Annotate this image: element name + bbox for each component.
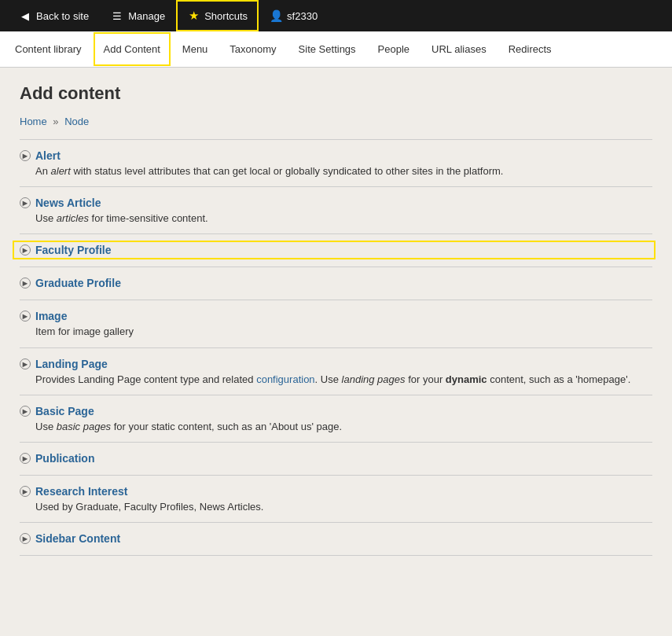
content-item-header-graduate-profile: ►Graduate Profile bbox=[20, 277, 652, 289]
expand-icon-landing-page[interactable]: ► bbox=[20, 358, 31, 369]
content-item-header-alert: ►Alert bbox=[20, 149, 652, 162]
content-item-sidebar-content: ►Sidebar Content bbox=[20, 522, 652, 556]
expand-icon-publication[interactable]: ► bbox=[20, 453, 31, 464]
content-desc-alert: An alert with status level attributes th… bbox=[35, 164, 652, 178]
content-desc-image: Item for image gallery bbox=[35, 325, 652, 339]
nav-redirects[interactable]: Redirects bbox=[498, 31, 563, 67]
content-item-alert: ►AlertAn alert with status level attribu… bbox=[20, 139, 652, 186]
breadcrumb: Home » Node bbox=[20, 116, 652, 127]
content-item-publication: ►Publication bbox=[20, 442, 652, 475]
content-desc-news-article: Use articles for time-sensitive content. bbox=[35, 211, 652, 226]
nav-add-content[interactable]: Add Content bbox=[93, 31, 171, 67]
admin-nav: Content library Add Content Menu Taxonom… bbox=[0, 31, 672, 68]
main-content: Add content Home » Node ►AlertAn alert w… bbox=[0, 68, 672, 618]
nav-site-settings[interactable]: Site Settings bbox=[288, 31, 367, 67]
breadcrumb-node[interactable]: Node bbox=[64, 116, 89, 127]
content-item-graduate-profile: ►Graduate Profile bbox=[20, 267, 652, 300]
content-item-header-news-article: ►News Article bbox=[20, 197, 652, 209]
content-link-news-article[interactable]: News Article bbox=[35, 197, 101, 209]
manage-label: Manage bbox=[128, 10, 165, 22]
content-item-header-faculty-profile: ►Faculty Profile bbox=[16, 244, 652, 256]
nav-people[interactable]: People bbox=[367, 31, 420, 67]
content-link-sidebar-content[interactable]: Sidebar Content bbox=[35, 532, 120, 545]
expand-icon-sidebar-content[interactable]: ► bbox=[20, 533, 31, 544]
back-arrow-icon: ◀ bbox=[19, 9, 31, 22]
content-link-basic-page[interactable]: Basic Page bbox=[35, 405, 94, 417]
user-label: sf2330 bbox=[287, 10, 318, 22]
content-link-alert[interactable]: Alert bbox=[35, 149, 61, 162]
star-icon: ★ bbox=[187, 9, 200, 22]
nav-url-aliases[interactable]: URL aliases bbox=[420, 31, 498, 67]
shortcuts-label: Shortcuts bbox=[204, 10, 248, 22]
content-item-landing-page: ►Landing PageProvides Landing Page conte… bbox=[20, 347, 652, 395]
content-item-header-image: ►Image bbox=[20, 310, 652, 322]
content-link-image[interactable]: Image bbox=[35, 310, 67, 322]
content-item-header-landing-page: ►Landing Page bbox=[20, 358, 652, 370]
content-desc-research-interest: Used by Graduate, Faculty Profiles, News… bbox=[35, 500, 652, 514]
back-to-site-link[interactable]: ◀ Back to site bbox=[8, 0, 100, 31]
content-type-list: ►AlertAn alert with status level attribu… bbox=[20, 139, 652, 556]
content-item-header-research-interest: ►Research Interest bbox=[20, 485, 652, 498]
expand-icon-basic-page[interactable]: ► bbox=[20, 406, 31, 417]
content-link-landing-page[interactable]: Landing Page bbox=[35, 358, 108, 370]
nav-content-library[interactable]: Content library bbox=[4, 31, 93, 67]
content-link-publication[interactable]: Publication bbox=[35, 452, 94, 465]
expand-icon-faculty-profile[interactable]: ► bbox=[20, 244, 31, 256]
expand-icon-alert[interactable]: ► bbox=[20, 150, 31, 161]
manage-icon: ☰ bbox=[111, 9, 123, 22]
expand-icon-graduate-profile[interactable]: ► bbox=[20, 278, 31, 289]
breadcrumb-sep: » bbox=[53, 116, 58, 127]
expand-icon-research-interest[interactable]: ► bbox=[20, 486, 31, 497]
content-item-basic-page: ►Basic PageUse basic pages for your stat… bbox=[20, 395, 652, 442]
nav-taxonomy[interactable]: Taxonomy bbox=[218, 31, 287, 67]
breadcrumb-home[interactable]: Home bbox=[20, 116, 47, 127]
content-link-graduate-profile[interactable]: Graduate Profile bbox=[35, 277, 121, 289]
user-link[interactable]: 👤 sf2330 bbox=[259, 0, 329, 31]
content-link-research-interest[interactable]: Research Interest bbox=[35, 485, 128, 498]
page-title: Add content bbox=[20, 83, 652, 104]
top-bar: ◀ Back to site ☰ Manage ★ Shortcuts 👤 sf… bbox=[0, 0, 672, 31]
content-item-header-basic-page: ►Basic Page bbox=[20, 405, 652, 417]
content-desc-landing-page: Provides Landing Page content type and r… bbox=[35, 373, 652, 387]
content-link-faculty-profile[interactable]: Faculty Profile bbox=[35, 244, 111, 256]
content-item-header-publication: ►Publication bbox=[20, 452, 652, 465]
back-to-site-label: Back to site bbox=[36, 10, 89, 22]
content-item-header-sidebar-content: ►Sidebar Content bbox=[20, 532, 652, 545]
expand-icon-image[interactable]: ► bbox=[20, 311, 31, 322]
manage-link[interactable]: ☰ Manage bbox=[100, 0, 176, 31]
content-item-image: ►ImageItem for image gallery bbox=[20, 300, 652, 347]
content-item-research-interest: ►Research InterestUsed by Graduate, Facu… bbox=[20, 475, 652, 522]
expand-icon-news-article[interactable]: ► bbox=[20, 197, 31, 208]
content-item-news-article: ►News ArticleUse articles for time-sensi… bbox=[20, 186, 652, 233]
shortcuts-link[interactable]: ★ Shortcuts bbox=[176, 0, 259, 31]
nav-menu[interactable]: Menu bbox=[171, 31, 219, 67]
content-desc-basic-page: Use basic pages for your static content,… bbox=[35, 420, 652, 434]
person-icon: 👤 bbox=[270, 9, 282, 22]
content-item-faculty-profile: ►Faculty Profile bbox=[20, 233, 652, 267]
